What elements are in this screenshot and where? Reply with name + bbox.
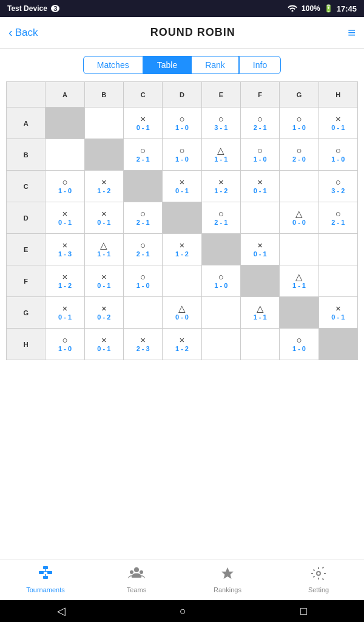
cell-H-D[interactable]: ×1 - 2	[163, 329, 201, 360]
cell-B-E[interactable]: △1 - 1	[201, 139, 240, 171]
cell-D-E[interactable]: ○2 - 1	[201, 202, 240, 234]
top-nav: ‹ Back ROUND ROBIN ≡	[0, 17, 364, 49]
cell-F-C[interactable]: ○1 - 0	[123, 265, 162, 297]
tab-info[interactable]: Info	[239, 56, 281, 74]
cell-A-H[interactable]: ×0 - 1	[318, 108, 357, 139]
cell-G-D[interactable]: △0 - 0	[163, 297, 201, 329]
cell-score: 0 - 1	[58, 313, 72, 321]
cell-D-B[interactable]: ×0 - 1	[84, 202, 123, 234]
cell-F-A[interactable]: ×1 - 2	[46, 265, 84, 297]
cell-G-B[interactable]: ×0 - 2	[84, 297, 123, 329]
circle-icon: ○	[62, 335, 67, 344]
cell-G-G[interactable]	[280, 297, 318, 329]
cell-F-F[interactable]	[240, 265, 279, 297]
cell-score: 3 - 2	[331, 187, 345, 195]
svg-point-9	[140, 570, 143, 574]
cell-score: 0 - 2	[97, 313, 110, 321]
cell-E-F[interactable]: ×0 - 1	[240, 234, 279, 265]
cell-C-B[interactable]: ×1 - 2	[84, 171, 123, 202]
cell-F-D[interactable]	[163, 265, 201, 297]
x-icon: ×	[257, 177, 263, 186]
android-home-btn[interactable]: ○	[180, 605, 186, 618]
cell-score: 1 - 0	[175, 124, 189, 132]
cell-E-C[interactable]: ○2 - 1	[123, 234, 162, 265]
triangle-icon: △	[295, 272, 303, 281]
circle-icon: ○	[296, 335, 302, 344]
tab-rank[interactable]: Rank	[191, 56, 239, 74]
cell-H-B[interactable]: ×0 - 1	[84, 329, 123, 360]
nav-rankings[interactable]: Rankings	[182, 559, 273, 600]
cell-G-C[interactable]	[123, 297, 162, 329]
cell-F-E[interactable]: ○1 - 0	[201, 265, 240, 297]
cell-H-E[interactable]	[201, 329, 240, 360]
device-name: Test Device 3	[7, 4, 59, 13]
cell-E-H[interactable]	[318, 234, 357, 265]
cell-D-D[interactable]	[163, 202, 201, 234]
cell-G-H[interactable]: ×0 - 1	[318, 297, 357, 329]
tab-table[interactable]: Table	[143, 56, 191, 74]
cell-E-E[interactable]	[201, 234, 240, 265]
cell-B-B[interactable]	[84, 139, 123, 171]
cell-G-A[interactable]: ×0 - 1	[46, 297, 84, 329]
cell-C-H[interactable]: ○3 - 2	[318, 171, 357, 202]
cell-E-D[interactable]: ×1 - 2	[163, 234, 201, 265]
cell-D-A[interactable]: ×0 - 1	[46, 202, 84, 234]
cell-B-G[interactable]: ○2 - 0	[280, 139, 318, 171]
cell-C-E[interactable]: ×1 - 2	[201, 171, 240, 202]
teams-icon	[128, 566, 145, 584]
android-back-btn[interactable]: ◁	[57, 604, 66, 618]
cell-D-F[interactable]	[240, 202, 279, 234]
cell-A-E[interactable]: ○3 - 1	[201, 108, 240, 139]
nav-teams-label: Teams	[127, 586, 146, 593]
cell-H-F[interactable]	[240, 329, 279, 360]
cell-H-A[interactable]: ○1 - 0	[46, 329, 84, 360]
cell-E-G[interactable]	[280, 234, 318, 265]
cell-B-A[interactable]	[46, 139, 84, 171]
col-header-A: A	[46, 82, 84, 108]
cell-D-G[interactable]: △0 - 0	[280, 202, 318, 234]
nav-teams[interactable]: Teams	[91, 559, 182, 600]
cell-C-G[interactable]	[280, 171, 318, 202]
cell-A-B[interactable]	[84, 108, 123, 139]
cell-score: 1 - 1	[97, 250, 110, 258]
cell-E-A[interactable]: ×1 - 3	[46, 234, 84, 265]
cell-H-C[interactable]: ×2 - 3	[123, 329, 162, 360]
cell-C-A[interactable]: ○1 - 0	[46, 171, 84, 202]
cell-F-H[interactable]	[318, 265, 357, 297]
cell-F-B[interactable]: ×0 - 1	[84, 265, 123, 297]
tab-matches[interactable]: Matches	[83, 56, 143, 74]
x-icon: ×	[218, 177, 224, 186]
cell-A-G[interactable]: ○1 - 0	[280, 108, 318, 139]
cell-A-D[interactable]: ○1 - 0	[163, 108, 201, 139]
cell-B-C[interactable]: ○2 - 1	[123, 139, 162, 171]
cell-G-E[interactable]	[201, 297, 240, 329]
cell-C-F[interactable]: ×0 - 1	[240, 171, 279, 202]
cell-F-G[interactable]: △1 - 1	[280, 265, 318, 297]
cell-G-F[interactable]: △1 - 1	[240, 297, 279, 329]
cell-score: 1 - 2	[175, 345, 189, 353]
x-icon: ×	[180, 335, 185, 344]
round-robin-table: ABCDEFGH A×0 - 1○1 - 0○3 - 1○2 - 1○1 - 0…	[6, 81, 358, 360]
circle-icon: ○	[62, 177, 67, 186]
nav-tournaments[interactable]: Tournaments	[0, 559, 91, 600]
status-icons: 100% 🔋 17:45	[287, 4, 357, 13]
cell-A-C[interactable]: ×0 - 1	[123, 108, 162, 139]
cell-score: 1 - 3	[58, 250, 72, 258]
cell-B-H[interactable]: ○1 - 0	[318, 139, 357, 171]
back-button[interactable]: ‹ Back	[8, 26, 38, 39]
android-recent-btn[interactable]: □	[300, 605, 307, 618]
cell-D-C[interactable]: ○2 - 1	[123, 202, 162, 234]
cell-B-F[interactable]: ○1 - 0	[240, 139, 279, 171]
menu-icon[interactable]: ≡	[348, 25, 356, 41]
nav-setting[interactable]: Setting	[273, 559, 364, 600]
cell-A-A[interactable]	[46, 108, 84, 139]
cell-E-B[interactable]: △1 - 1	[84, 234, 123, 265]
cell-score: 0 - 0	[292, 219, 306, 227]
cell-C-D[interactable]: ×0 - 1	[163, 171, 201, 202]
cell-D-H[interactable]: ○2 - 1	[318, 202, 357, 234]
cell-H-G[interactable]: ○1 - 0	[280, 329, 318, 360]
cell-C-C[interactable]	[123, 171, 162, 202]
cell-B-D[interactable]: ○1 - 0	[163, 139, 201, 171]
cell-A-F[interactable]: ○2 - 1	[240, 108, 279, 139]
cell-H-H[interactable]	[318, 329, 357, 360]
